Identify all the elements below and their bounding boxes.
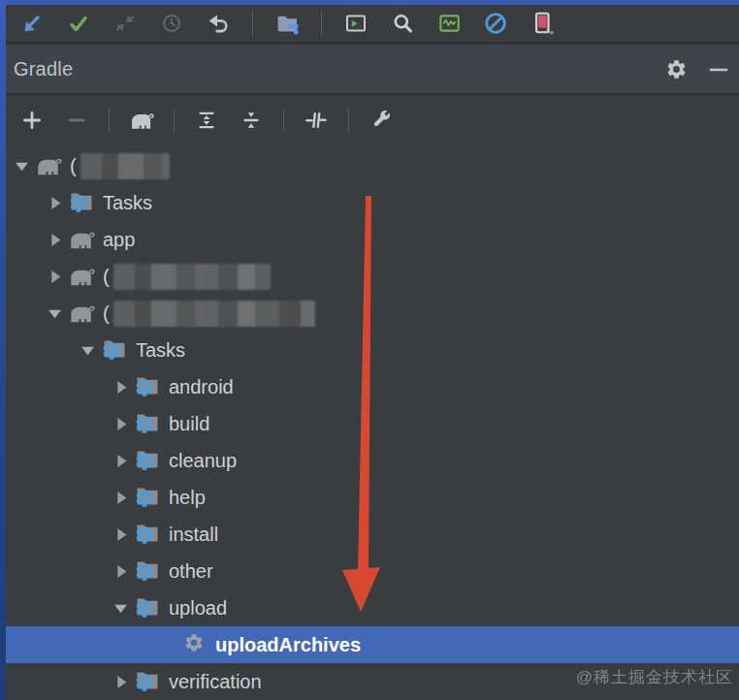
tree-row-label: other bbox=[169, 560, 213, 583]
collapse-all-icon[interactable] bbox=[239, 108, 264, 133]
tree-expander[interactable] bbox=[80, 342, 95, 358]
main-toolbar bbox=[0, 5, 739, 44]
toolbar-separator bbox=[109, 108, 110, 133]
tree-row-label: ( bbox=[103, 266, 110, 288]
toolbar-separator bbox=[283, 108, 284, 133]
tree-expander[interactable] bbox=[112, 416, 128, 431]
run-window-icon[interactable] bbox=[343, 11, 369, 36]
tree-expander[interactable] bbox=[112, 490, 128, 505]
tree-row-cleanup[interactable]: cleanup bbox=[0, 442, 739, 479]
offline-toggle-icon[interactable] bbox=[304, 108, 329, 133]
tree-row-censored-3[interactable]: ( bbox=[0, 258, 739, 295]
arrow-down-left-icon[interactable] bbox=[19, 11, 45, 36]
checkmark-icon[interactable] bbox=[66, 11, 91, 36]
add-plus-icon[interactable] bbox=[19, 108, 45, 133]
task-folder-icon bbox=[135, 670, 160, 693]
tree-row-label: help bbox=[169, 487, 206, 509]
tree-row-uploadarchives[interactable]: uploadArchives bbox=[0, 626, 739, 663]
tree-expander[interactable] bbox=[112, 600, 128, 616]
tree-row-other[interactable]: other bbox=[0, 553, 739, 589]
task-folder-node-icon bbox=[134, 375, 161, 398]
toolbar-separator bbox=[174, 108, 175, 133]
tree-expander[interactable] bbox=[47, 305, 62, 321]
tree-row-label: Tasks bbox=[103, 192, 152, 214]
task-gear-node-icon bbox=[180, 633, 208, 656]
tree-row-android[interactable]: android bbox=[0, 368, 739, 405]
tree-row-censored-4[interactable]: ( bbox=[0, 295, 739, 332]
task-folder-node-icon bbox=[134, 670, 161, 693]
task-folder-icon bbox=[135, 523, 160, 546]
wrench-settings-icon[interactable] bbox=[369, 108, 394, 133]
gradle-panel-toolbar bbox=[0, 97, 739, 144]
gradle-node-icon bbox=[68, 265, 95, 288]
chevron-collapsed-icon bbox=[113, 675, 128, 689]
task-folder-icon bbox=[135, 412, 160, 435]
undo-arrow-icon[interactable] bbox=[206, 11, 231, 36]
tree-row-label: android bbox=[169, 376, 234, 398]
task-folder-icon bbox=[135, 486, 160, 509]
censored-text-block bbox=[113, 301, 315, 327]
panel-title: Gradle bbox=[14, 58, 73, 80]
tree-expander[interactable] bbox=[47, 195, 62, 210]
chevron-collapsed-icon bbox=[113, 417, 128, 431]
gradle-elephant-icon bbox=[68, 229, 95, 250]
chevron-expanded-icon bbox=[15, 159, 29, 174]
chevron-expanded-icon bbox=[48, 306, 62, 321]
gradle-elephant-icon[interactable] bbox=[129, 108, 154, 133]
tree-row-label: uploadArchives bbox=[215, 634, 361, 656]
task-folder-node-icon bbox=[101, 338, 128, 362]
expand-all-icon[interactable] bbox=[194, 108, 219, 133]
tree-expander[interactable] bbox=[47, 232, 62, 247]
gradle-tasks-tree: (Tasksapp((Tasksandroidbuildcleanuphelpi… bbox=[0, 145, 739, 700]
toolbar-separator bbox=[348, 108, 349, 133]
gradle-node-icon bbox=[68, 228, 95, 251]
chevron-collapsed-icon bbox=[113, 491, 128, 505]
task-folder-icon bbox=[135, 449, 160, 472]
device-phone-icon[interactable] bbox=[530, 11, 555, 36]
tree-row-tasks[interactable]: Tasks bbox=[0, 332, 739, 368]
profiler-monitor-icon[interactable] bbox=[436, 11, 462, 36]
tree-expander[interactable] bbox=[112, 526, 128, 542]
window-top-border bbox=[0, 0, 739, 5]
window-left-border bbox=[0, 5, 6, 700]
tree-row-label: install bbox=[169, 524, 218, 546]
remove-minus-icon[interactable] bbox=[64, 108, 89, 133]
merge-arrows-icon[interactable] bbox=[112, 11, 138, 36]
watermark: @稀土掘金技术社区 bbox=[576, 666, 733, 688]
tree-row-tasks[interactable]: Tasks bbox=[0, 184, 739, 221]
gradle-elephant-icon bbox=[68, 302, 95, 324]
gradle-elephant-icon bbox=[68, 266, 95, 287]
tree-expander[interactable] bbox=[47, 269, 62, 284]
task-folder-node-icon bbox=[134, 559, 161, 583]
task-folder-node-icon bbox=[134, 486, 161, 509]
censored-text-block bbox=[113, 264, 271, 290]
tree-row-install[interactable]: install bbox=[0, 516, 739, 553]
chevron-expanded-icon bbox=[80, 343, 95, 358]
history-clock-icon[interactable] bbox=[159, 11, 184, 36]
tree-row-help[interactable]: help bbox=[0, 479, 739, 516]
task-folder-node-icon bbox=[134, 523, 161, 546]
task-folder-node-icon bbox=[68, 191, 95, 214]
block-circle-icon[interactable] bbox=[483, 11, 508, 36]
minimize-icon[interactable] bbox=[706, 57, 731, 82]
task-folder-icon bbox=[102, 338, 127, 362]
settings-gear-icon[interactable] bbox=[663, 57, 689, 82]
project-folder-icon[interactable] bbox=[274, 11, 300, 36]
chevron-collapsed-icon bbox=[48, 233, 62, 247]
tree-row-censored-0[interactable]: ( bbox=[0, 147, 739, 184]
tree-row-build[interactable]: build bbox=[0, 405, 739, 442]
tree-expander[interactable] bbox=[112, 563, 128, 579]
gradle-node-icon bbox=[35, 154, 62, 177]
gradle-node-icon bbox=[68, 302, 95, 325]
tree-expander[interactable] bbox=[112, 379, 128, 395]
tree-expander[interactable] bbox=[112, 674, 128, 689]
tree-row-app[interactable]: app bbox=[0, 221, 739, 258]
search-icon[interactable] bbox=[390, 11, 415, 36]
task-folder-icon bbox=[135, 596, 160, 620]
tree-row-upload[interactable]: upload bbox=[0, 589, 739, 626]
tree-expander[interactable] bbox=[112, 453, 128, 468]
tree-expander[interactable] bbox=[14, 158, 29, 174]
task-gear-icon bbox=[183, 632, 205, 657]
toolbar-separator bbox=[252, 11, 253, 36]
chevron-expanded-icon bbox=[113, 601, 128, 616]
